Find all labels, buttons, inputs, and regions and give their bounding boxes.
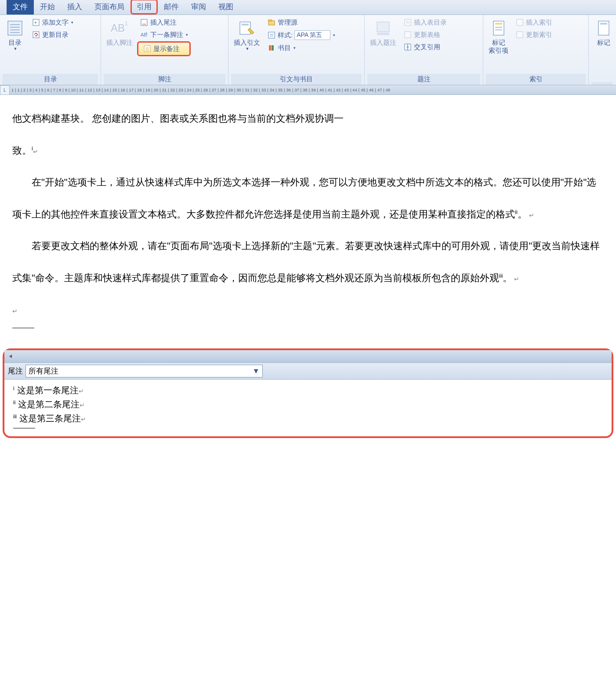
group-captions: 插入题注 插入表目录 更新表格: [365, 15, 483, 85]
tab-home[interactable]: 开始: [34, 0, 61, 14]
group-toc-label: 目录: [3, 74, 98, 85]
endnote-item-text: 这是第二条尾注: [18, 399, 80, 409]
insert-endnote-label: 插入尾注: [150, 18, 177, 27]
tab-view[interactable]: 视图: [212, 0, 239, 14]
svg-rect-39: [517, 19, 523, 25]
add-text-label: 添加文字: [42, 18, 69, 27]
doc-p3-end: 。: [503, 272, 512, 283]
scroll-left-icon[interactable]: [7, 353, 14, 360]
dropdown-arrow-icon: ▾: [71, 20, 73, 25]
insert-footnote-button[interactable]: AB1 插入脚注: [104, 17, 135, 48]
bibliography-button[interactable]: 书目 ▾: [265, 42, 338, 54]
insert-index-button[interactable]: 插入索引: [513, 17, 555, 28]
svg-rect-42: [600, 23, 607, 25]
svg-marker-43: [9, 355, 12, 358]
next-footnote-button[interactable]: AB1 下一条脚注 ▾: [137, 29, 191, 40]
dropdown-arrow-icon: ▼: [14, 47, 18, 51]
svg-rect-21: [268, 20, 272, 21]
group-footnotes: AB1 插入脚注 插入尾注 AB1 下一条脚注 ▾: [101, 15, 228, 85]
paragraph-mark-icon: ↵: [79, 388, 84, 395]
endnote-item[interactable]: ii这是第二条尾注↵: [13, 397, 603, 411]
insert-citation-icon: [237, 18, 257, 38]
group-index: 标记 索引项 插入索引 更新索引 索引: [483, 15, 589, 85]
manage-sources-label: 管理源: [278, 18, 297, 27]
insert-index-label: 插入索引: [526, 18, 552, 27]
endnote-item[interactable]: i这是第一条尾注↵: [13, 383, 603, 397]
dropdown-arrow-icon: ▾: [294, 46, 296, 50]
style-icon: [267, 31, 276, 40]
tab-file[interactable]: 文件: [7, 0, 34, 14]
document-body[interactable]: 他文档构建基块。 您创建的图片、图表或关系图也将与当前的文档外观协调一 致。i↵…: [0, 95, 616, 346]
svg-rect-32: [405, 32, 411, 38]
toc-label: 目录: [8, 39, 22, 47]
tab-references[interactable]: 引用: [130, 0, 158, 14]
mark-entry-button[interactable]: 标记 索引项: [486, 17, 511, 56]
endnote-item[interactable]: iii这是第三条尾注↵: [13, 411, 603, 425]
bibliography-icon: [267, 43, 276, 52]
endnote-item-ref: iii: [13, 413, 17, 420]
citation-style-button[interactable]: 样式: APA 第五 ▾: [265, 29, 338, 41]
paragraph-mark-icon: ↵: [33, 148, 38, 155]
paragraph-mark-icon: ↵: [12, 308, 18, 315]
svg-rect-40: [517, 32, 523, 38]
group-captions-label: 题注: [367, 74, 480, 85]
endnote-item-text: 这是第一条尾注: [17, 385, 79, 395]
ribbon-tabs: 文件 开始 插入 页面布局 引用 邮件 审阅 视图: [0, 0, 616, 15]
update-index-icon: [515, 30, 524, 39]
show-notes-label: 显示备注: [153, 45, 180, 53]
tab-insert[interactable]: 插入: [61, 0, 88, 14]
insert-footnote-label: 插入脚注: [106, 39, 133, 47]
toc-button[interactable]: 目录 ▼: [3, 17, 27, 53]
dropdown-arrow-icon: ▼: [246, 47, 250, 51]
add-text-button[interactable]: + 添加文字 ▾: [29, 17, 76, 28]
manage-sources-button[interactable]: 管理源: [265, 17, 338, 28]
svg-rect-36: [495, 23, 502, 25]
insert-endnote-button[interactable]: 插入尾注: [137, 17, 191, 28]
manage-sources-icon: [267, 18, 276, 27]
next-footnote-label: 下一条脚注: [150, 31, 183, 39]
group-toc: 目录 ▼ + 添加文字 ▾ 更新目录 目录: [0, 15, 101, 85]
paragraph-mark-icon: ↵: [80, 402, 85, 409]
update-table-icon: [403, 30, 412, 39]
ruler-corner[interactable]: L: [0, 85, 10, 95]
show-notes-button[interactable]: 显示备注: [137, 41, 191, 56]
cross-ref-icon: [403, 43, 412, 51]
svg-rect-7: [33, 32, 39, 38]
dropdown-arrow-icon: ▾: [333, 33, 335, 37]
cross-ref-button[interactable]: 交叉引用: [401, 41, 449, 53]
style-select[interactable]: APA 第五: [294, 30, 330, 40]
endnote-list[interactable]: i这是第一条尾注↵ ii这是第二条尾注↵ iii这是第三条尾注↵: [4, 380, 612, 436]
update-toc-button[interactable]: 更新目录: [29, 29, 76, 40]
mark-citation-button[interactable]: 标记: [591, 17, 616, 48]
insert-tof-button[interactable]: 插入表目录: [401, 17, 449, 28]
svg-rect-0: [8, 21, 22, 35]
update-index-button[interactable]: 更新索引: [513, 29, 555, 40]
tab-mailings[interactable]: 邮件: [158, 0, 185, 14]
endnote-pane-scrollbar[interactable]: [4, 350, 612, 362]
update-table-button[interactable]: 更新表格: [401, 29, 449, 40]
endnote-separator: [12, 328, 34, 328]
mark-citation-icon: [594, 18, 613, 38]
svg-rect-26: [272, 45, 274, 51]
insert-index-icon: [515, 18, 524, 27]
endnote-filter-select[interactable]: 所有尾注 ▼: [25, 365, 263, 377]
tab-review[interactable]: 审阅: [185, 0, 212, 14]
horizontal-ruler[interactable]: 1 | 1 | 2 | 3 | 4 | 5 | 6 | 7 | 8 | 9 | …: [0, 85, 616, 95]
endnote-item-ref: ii: [13, 399, 15, 406]
insert-citation-button[interactable]: 插入引文 ▼: [231, 17, 263, 53]
svg-rect-10: [141, 19, 147, 25]
insert-tof-icon: [403, 18, 412, 27]
update-toc-icon: [32, 30, 40, 39]
insert-caption-button[interactable]: 插入题注: [367, 17, 399, 48]
cross-ref-label: 交叉引用: [414, 43, 440, 51]
bibliography-label: 书目: [278, 44, 291, 52]
mark-entry-label: 标记 索引项: [489, 39, 508, 54]
svg-rect-27: [377, 22, 389, 32]
doc-p1-part1: 他文档构建基块。 您创建的图片、图表或关系图也将与当前的文档外观协调一: [12, 113, 344, 124]
tab-page-layout[interactable]: 页面布局: [88, 0, 130, 14]
svg-rect-14: [144, 46, 150, 52]
ribbon: 目录 ▼ + 添加文字 ▾ 更新目录 目录: [0, 15, 616, 85]
svg-rect-29: [405, 19, 411, 25]
show-notes-icon: [143, 44, 152, 53]
endnote-filter-value: 所有尾注: [29, 366, 58, 376]
